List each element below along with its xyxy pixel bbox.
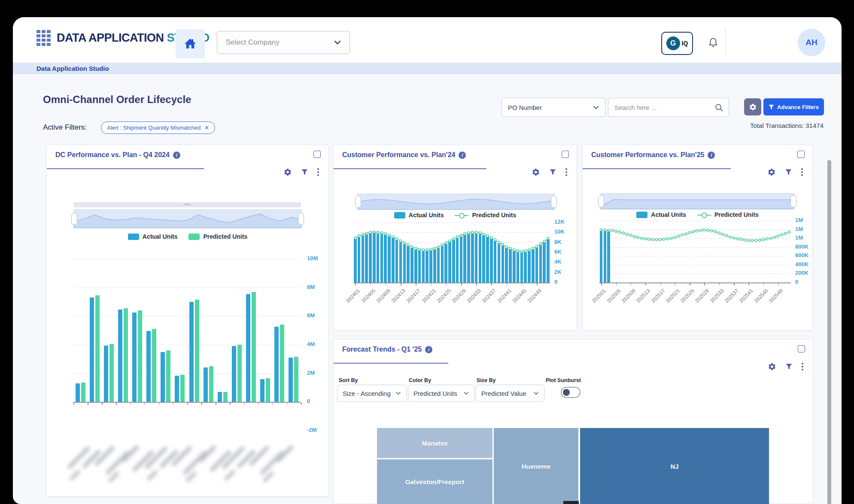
filter-icon[interactable] — [550, 169, 556, 175]
legend-actual[interactable]: Actual Units — [394, 212, 444, 219]
line-marker[interactable] — [365, 232, 368, 234]
advance-filters-button[interactable]: Advance Filters — [763, 98, 824, 115]
line-marker[interactable] — [384, 233, 386, 235]
line-marker[interactable] — [696, 230, 698, 232]
more-options-icon[interactable] — [317, 168, 319, 176]
bar-predicted[interactable] — [237, 345, 242, 402]
line-marker[interactable] — [539, 243, 541, 245]
line-marker[interactable] — [422, 249, 424, 251]
maximize-icon[interactable] — [798, 345, 805, 352]
zoom-rail[interactable] — [73, 202, 301, 207]
more-options-icon[interactable] — [802, 363, 803, 370]
settings-button[interactable] — [744, 98, 761, 115]
brush-handle-right[interactable] — [298, 213, 304, 225]
bar-predicted[interactable] — [166, 350, 170, 402]
line-marker[interactable] — [430, 248, 432, 250]
line-marker[interactable] — [751, 240, 753, 242]
line-marker[interactable] — [718, 232, 720, 234]
gear-icon[interactable] — [532, 168, 540, 176]
line-marker[interactable] — [415, 247, 417, 249]
line-marker[interactable] — [626, 233, 628, 235]
info-icon[interactable]: i — [459, 152, 466, 159]
line-marker[interactable] — [377, 231, 379, 234]
filter-icon[interactable] — [785, 169, 792, 175]
line-marker[interactable] — [722, 233, 724, 235]
line-marker[interactable] — [729, 236, 731, 238]
line-marker[interactable] — [699, 229, 702, 231]
line-marker[interactable] — [707, 229, 709, 231]
filter-icon[interactable] — [301, 169, 308, 175]
line-marker[interactable] — [755, 240, 757, 242]
user-avatar[interactable]: AH — [798, 29, 825, 56]
line-marker[interactable] — [784, 232, 786, 234]
brush-handle-left[interactable] — [355, 196, 361, 208]
line-marker[interactable] — [732, 237, 735, 239]
line-marker[interactable] — [622, 232, 624, 234]
line-marker[interactable] — [399, 240, 401, 242]
treemap-cell[interactable]: Hueneme — [494, 428, 578, 504]
bar-predicted[interactable] — [138, 310, 142, 402]
line-marker[interactable] — [505, 246, 508, 248]
line-marker[interactable] — [648, 238, 650, 240]
line-marker[interactable] — [619, 231, 621, 233]
line-marker[interactable] — [633, 235, 635, 237]
line-marker[interactable] — [641, 237, 643, 239]
line-marker[interactable] — [501, 243, 504, 246]
info-icon[interactable]: i — [708, 152, 715, 159]
line-marker[interactable] — [494, 239, 496, 241]
brush-handle-right[interactable] — [551, 196, 557, 208]
line-marker[interactable] — [483, 233, 485, 235]
line-marker[interactable] — [369, 231, 371, 234]
bar-predicted[interactable] — [152, 329, 156, 402]
gear-icon[interactable] — [768, 362, 776, 371]
bar-actual[interactable] — [204, 367, 208, 402]
line-marker[interactable] — [468, 232, 470, 234]
line-marker[interactable] — [758, 239, 760, 241]
info-icon[interactable]: i — [173, 152, 180, 159]
bar-actual[interactable] — [289, 358, 293, 402]
bar-actual[interactable] — [161, 352, 165, 402]
line-marker[interactable] — [744, 239, 746, 241]
maximize-icon[interactable] — [797, 151, 805, 158]
bar-predicted[interactable] — [223, 392, 228, 402]
brush-handle-left[interactable] — [598, 195, 604, 207]
line-marker[interactable] — [517, 250, 519, 252]
bar-predicted[interactable] — [180, 375, 185, 402]
treemap-cell[interactable]: NJ — [580, 428, 769, 504]
line-marker[interactable] — [380, 232, 383, 234]
line-marker[interactable] — [438, 246, 440, 248]
bar-actual[interactable] — [146, 331, 151, 402]
line-marker[interactable] — [486, 235, 489, 237]
treemap-cell[interactable]: Manatee — [377, 428, 492, 458]
line-marker[interactable] — [547, 237, 549, 240]
range-brush[interactable] — [357, 194, 555, 210]
bar-actual[interactable] — [104, 346, 108, 402]
line-marker[interactable] — [608, 229, 610, 231]
filter-chip[interactable]: Alert : Shipment Quantity Mismatched ✕ — [101, 121, 215, 134]
bar-actual[interactable] — [260, 379, 264, 402]
line-marker[interactable] — [524, 250, 526, 252]
filter-icon[interactable] — [786, 364, 792, 370]
bar-predicted[interactable] — [209, 366, 213, 402]
maximize-icon[interactable] — [313, 151, 321, 158]
legend-predicted[interactable]: Predicted Units — [697, 211, 759, 218]
gear-icon[interactable] — [283, 168, 292, 176]
line-marker[interactable] — [781, 234, 783, 236]
line-marker[interactable] — [692, 231, 694, 233]
bar-actual[interactable] — [189, 302, 194, 402]
line-marker[interactable] — [362, 233, 364, 235]
line-marker[interactable] — [788, 231, 790, 233]
line-marker[interactable] — [543, 240, 545, 243]
line-marker[interactable] — [663, 238, 665, 240]
treemap-cell[interactable]: Galveston/Freeport — [377, 459, 492, 504]
line-marker[interactable] — [464, 233, 466, 235]
line-marker[interactable] — [678, 235, 680, 237]
sort-by-dropdown[interactable]: Size - Ascending — [337, 385, 407, 402]
bar-predicted[interactable] — [195, 300, 199, 402]
line-marker[interactable] — [777, 235, 779, 237]
line-marker[interactable] — [479, 232, 481, 234]
range-brush[interactable] — [73, 209, 302, 228]
line-marker[interactable] — [611, 229, 613, 231]
line-marker[interactable] — [659, 239, 661, 241]
bar-predicted[interactable] — [252, 292, 256, 402]
